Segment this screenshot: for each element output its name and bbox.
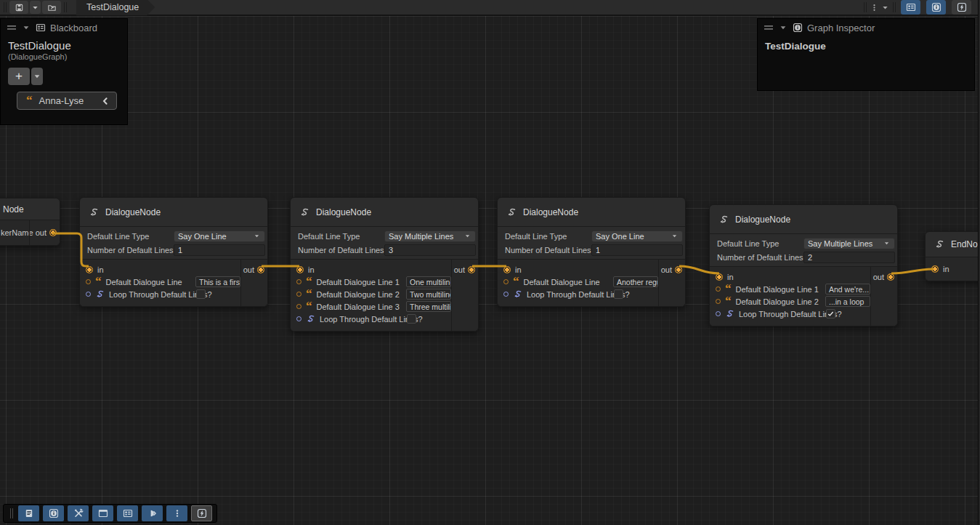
graph-inspector-header[interactable]: Graph Inspector <box>758 19 974 36</box>
dialogue-line-field[interactable]: This is a first <box>195 276 240 287</box>
loop-port[interactable] <box>296 316 301 321</box>
dialogue-line-port[interactable] <box>716 286 721 292</box>
graph-inspector-toggle-button[interactable] <box>926 0 946 15</box>
out-column: out <box>658 260 685 306</box>
in-port[interactable] <box>86 266 93 273</box>
add-property-button[interactable]: + <box>8 68 30 85</box>
more-options-caret-button[interactable] <box>880 3 890 12</box>
tools-panel-button[interactable] <box>68 505 89 521</box>
node-title-bar[interactable]: DialogueNode <box>498 198 685 227</box>
port-label: Default Dialogue Line 1 <box>736 285 819 294</box>
node-node[interactable]: NodekerNameout <box>0 198 60 246</box>
num-lines-field[interactable]: 1 <box>174 244 265 256</box>
in-port[interactable] <box>503 266 511 273</box>
dialogue-line-field[interactable]: ...in a loop <box>825 296 870 307</box>
loop-icon <box>306 314 315 324</box>
line-type-dropdown[interactable]: Say Multiple Lines <box>384 231 476 242</box>
out-port[interactable] <box>675 266 682 273</box>
node-title-bar[interactable]: Node <box>0 199 60 220</box>
toolbar-grip[interactable] <box>4 2 7 12</box>
node-dialoguenode[interactable]: DialogueNodeDefault Line TypeSay One Lin… <box>497 197 686 307</box>
console-panel-button[interactable] <box>18 505 39 521</box>
dropdown-caret-icon <box>883 239 891 247</box>
dialogue-line-port[interactable] <box>86 279 91 284</box>
collapse-caret-icon[interactable] <box>21 23 31 33</box>
save-button[interactable] <box>9 1 28 14</box>
blackboard-toggle-button[interactable] <box>901 0 920 15</box>
node-title-bar[interactable]: DialogueNode <box>291 198 478 227</box>
side-panel-button[interactable] <box>142 505 163 521</box>
field-text: Two multiline <box>410 290 451 299</box>
collapse-caret-icon[interactable] <box>778 23 788 33</box>
toolbar-separator <box>864 2 867 12</box>
save-options-button[interactable] <box>30 1 41 14</box>
quick-actions-panel-button[interactable] <box>191 505 212 521</box>
loop-port[interactable] <box>716 311 721 316</box>
line-type-dropdown[interactable]: Say One Line <box>591 231 683 242</box>
out-label: out <box>243 265 254 274</box>
line-type-dropdown[interactable]: Say One Line <box>174 231 265 242</box>
dialogue-line-field[interactable]: Three multili <box>406 301 451 312</box>
quote-icon: “ <box>725 299 732 305</box>
dialogue-line-port[interactable] <box>296 279 301 284</box>
dialogue-line-port[interactable] <box>296 304 301 309</box>
loop-checkbox[interactable] <box>407 314 416 324</box>
node-dialoguenode[interactable]: DialogueNodeDefault Line TypeSay One Lin… <box>79 197 268 307</box>
out-port[interactable] <box>49 229 57 236</box>
out-port[interactable] <box>468 266 475 273</box>
window-panel-button[interactable] <box>92 505 113 521</box>
loop-checkbox[interactable] <box>826 309 835 318</box>
node-title-bar[interactable]: DialogueNode <box>710 205 897 234</box>
dropdown-value: Say Multiple Lines <box>808 239 872 248</box>
loop-port[interactable] <box>503 292 509 297</box>
graph-tab[interactable]: TestDialogue <box>76 0 155 15</box>
node-ports: in“Default Dialogue LineThis is a firstL… <box>80 260 267 306</box>
dialogue-line-port[interactable] <box>503 279 509 284</box>
node-title-bar[interactable]: EndNode <box>926 232 980 257</box>
node-endnode[interactable]: EndNodein <box>925 231 980 281</box>
field-value: 1 <box>178 246 182 255</box>
add-property-caret-button[interactable] <box>31 68 43 85</box>
num-lines-field[interactable]: 3 <box>384 244 476 256</box>
dialogue-line-field[interactable]: One multiline <box>406 276 451 287</box>
field-label: Default Line Type <box>717 239 779 248</box>
num-lines-field[interactable]: 2 <box>803 252 895 263</box>
in-port[interactable] <box>716 273 723 281</box>
node-title-bar[interactable]: DialogueNode <box>80 198 267 227</box>
out-label: out <box>873 273 884 281</box>
dialogue-line-field[interactable]: Two multiline <box>406 289 451 300</box>
quick-actions-toggle-button[interactable] <box>952 0 971 15</box>
in-label: in <box>727 273 734 281</box>
port-row: Loop Through Default Lines? <box>498 288 685 300</box>
out-port[interactable] <box>257 266 264 273</box>
dialogue-line-port[interactable] <box>716 299 721 304</box>
dialogue-line-port[interactable] <box>296 292 301 297</box>
blackboard-panel-button[interactable] <box>117 505 138 521</box>
node-dialoguenode[interactable]: DialogueNodeDefault Line TypeSay Multipl… <box>709 204 898 326</box>
dialogue-line-field[interactable]: And we're... <box>825 284 870 294</box>
more-options-button[interactable] <box>870 3 879 12</box>
show-in-project-button[interactable] <box>42 1 61 14</box>
blackboard-header[interactable]: Blackboard <box>1 19 127 36</box>
in-label: in <box>308 265 315 274</box>
in-port[interactable] <box>296 266 304 273</box>
out-port[interactable] <box>887 273 894 281</box>
in-port[interactable] <box>931 265 939 273</box>
loop-checkbox[interactable] <box>614 289 623 299</box>
drag-handle-icon[interactable] <box>764 23 774 33</box>
line-type-dropdown[interactable]: Say Multiple Lines <box>803 238 895 249</box>
blackboard-entry[interactable]: “ Anna-Lyse <box>17 92 117 110</box>
bottom-toolbar-grip[interactable] <box>10 508 13 518</box>
loop-checkbox[interactable] <box>196 289 206 299</box>
node-dialoguenode[interactable]: DialogueNodeDefault Line TypeSay Multipl… <box>290 197 479 332</box>
loop-port[interactable] <box>86 292 91 297</box>
field-value: 2 <box>808 253 812 262</box>
more-panel-button[interactable] <box>166 505 187 521</box>
dialogue-line-field[interactable]: Another regu <box>613 276 658 287</box>
out-label: out <box>661 265 672 274</box>
num-lines-field[interactable]: 1 <box>591 244 683 256</box>
inspector-panel-button[interactable] <box>43 505 64 521</box>
drag-handle-icon[interactable] <box>7 23 17 33</box>
dialogue-node-icon <box>89 207 99 217</box>
chevron-left-icon[interactable] <box>100 96 110 106</box>
